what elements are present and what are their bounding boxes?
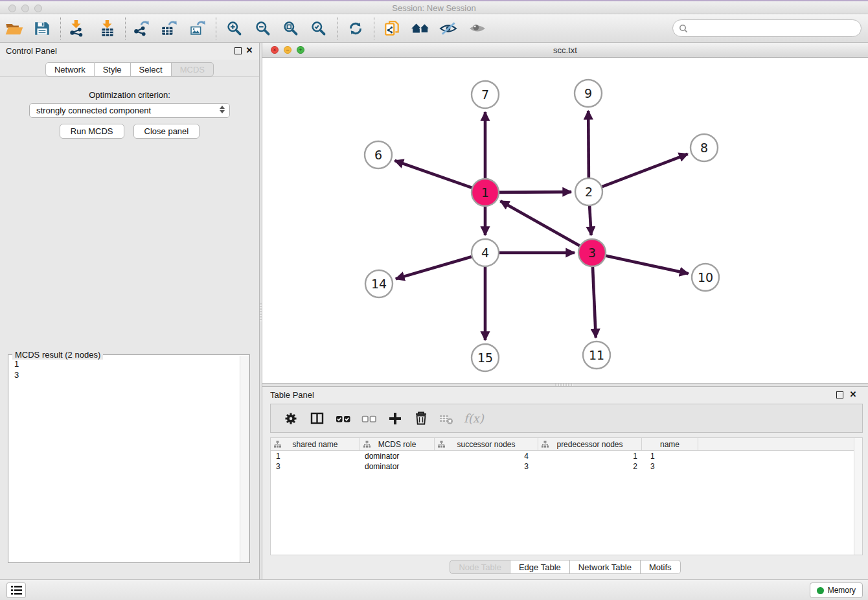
table-row[interactable]: 3dominator323 <box>271 461 862 472</box>
control-panel: Control Panel ✕ NetworkStyleSelectMCDS O… <box>0 43 259 579</box>
svg-text:11: 11 <box>589 348 604 362</box>
zoom-out-icon[interactable] <box>252 17 274 40</box>
main-titlebar: Session: New Session <box>0 0 868 14</box>
table-panel: Table Panel ✕ <box>262 387 868 579</box>
optimization-criterion-select[interactable]: strongly connected component <box>29 103 230 118</box>
graph-edge-1-6[interactable] <box>394 161 472 188</box>
table-scrollbar[interactable] <box>854 438 862 555</box>
graph-node-4[interactable]: 4 <box>472 239 499 266</box>
graph-node-1[interactable]: 1 <box>472 179 499 206</box>
tab-style[interactable]: Style <box>95 62 131 76</box>
graph-edge-3-11[interactable] <box>593 267 596 338</box>
close-panel-icon[interactable]: ✕ <box>849 389 858 399</box>
tab-motifs[interactable]: Motifs <box>641 560 681 574</box>
svg-text:2: 2 <box>585 185 593 199</box>
network-canvas[interactable]: 7968124314101511 <box>262 58 868 383</box>
delete-columns-icon[interactable] <box>409 407 433 430</box>
table-cell: dominator <box>360 451 435 461</box>
show-all-icon[interactable] <box>466 17 488 40</box>
column-header-successor-nodes[interactable]: successor nodes <box>435 438 538 451</box>
graph-node-3[interactable]: 3 <box>578 239 606 266</box>
node-table: shared nameMCDS rolesuccessor nodesprede… <box>270 437 863 555</box>
zoom-fit-icon[interactable] <box>280 17 302 40</box>
table-panel-title: Table Panel <box>270 390 314 400</box>
tab-node-table[interactable]: Node Table <box>450 560 510 574</box>
column-label: name <box>660 440 680 449</box>
zoom-in-icon[interactable] <box>223 17 246 40</box>
column-label: predecessor nodes <box>556 440 622 449</box>
column-header-name[interactable]: name <box>642 438 698 451</box>
import-table-icon[interactable] <box>97 17 119 40</box>
graph-node-14[interactable]: 14 <box>365 270 393 297</box>
run-mcds-button[interactable]: Run MCDS <box>60 124 124 139</box>
tab-network-table[interactable]: Network Table <box>570 560 641 574</box>
export-network-icon[interactable] <box>130 17 152 40</box>
toolbar-separator <box>125 17 126 40</box>
table-settings-icon[interactable] <box>280 407 303 430</box>
splitter-grip[interactable] <box>555 384 573 386</box>
search-field[interactable] <box>672 19 862 37</box>
column-header-shared-name[interactable]: shared name <box>271 438 360 451</box>
svg-text:1: 1 <box>481 185 489 200</box>
graph-edge-3-1[interactable] <box>501 201 580 246</box>
task-history-button[interactable] <box>6 583 26 598</box>
graph-edge-1-2[interactable] <box>499 192 571 192</box>
deselect-all-icon[interactable] <box>358 407 381 430</box>
main-toolbar <box>0 14 868 43</box>
table-row[interactable]: 1dominator411 <box>271 451 862 461</box>
tab-network[interactable]: Network <box>45 62 95 76</box>
search-input[interactable] <box>688 23 861 33</box>
svg-text:4: 4 <box>481 246 489 260</box>
mcds-result-list[interactable]: 13 <box>9 356 239 562</box>
tab-select[interactable]: Select <box>131 62 172 76</box>
graph-edge-3-10[interactable] <box>606 256 688 274</box>
close-panel-icon[interactable]: ✕ <box>245 45 254 55</box>
save-session-icon[interactable] <box>31 17 53 40</box>
svg-text:8: 8 <box>700 141 708 155</box>
splitter-grip[interactable] <box>260 303 262 321</box>
graph-node-8[interactable]: 8 <box>691 134 718 161</box>
import-network-icon[interactable] <box>65 17 87 40</box>
new-network-from-selection-icon[interactable] <box>381 17 403 40</box>
table-cell: 2 <box>538 461 642 472</box>
table-body[interactable]: 1dominator4113dominator323 <box>271 451 862 472</box>
graph-node-2[interactable]: 2 <box>575 178 602 205</box>
home-icon[interactable] <box>409 17 431 40</box>
hide-selected-icon[interactable] <box>437 17 459 40</box>
graph-node-6[interactable]: 6 <box>365 141 392 168</box>
open-session-icon[interactable] <box>3 17 25 40</box>
column-header-predecessor-nodes[interactable]: predecessor nodes <box>538 438 642 451</box>
float-panel-icon[interactable] <box>234 47 242 54</box>
float-panel-icon[interactable] <box>836 391 843 398</box>
select-all-check-icon[interactable] <box>332 407 355 430</box>
graph-node-15[interactable]: 15 <box>472 344 499 371</box>
toolbar-separator <box>337 17 338 40</box>
memory-button[interactable]: Memory <box>810 583 863 598</box>
function-builder-icon: f(x) <box>464 411 484 425</box>
mcds-result-scrollbar[interactable] <box>240 356 249 562</box>
graph-node-7[interactable]: 7 <box>472 81 499 108</box>
svg-text:10: 10 <box>698 270 713 284</box>
close-panel-button[interactable]: Close panel <box>133 124 200 139</box>
tab-mcds[interactable]: MCDS <box>172 62 214 76</box>
graph-edge-2-3[interactable] <box>589 206 591 235</box>
create-column-icon[interactable] <box>383 407 407 430</box>
export-table-icon[interactable] <box>158 17 180 40</box>
show-column-panel-icon[interactable] <box>306 407 329 430</box>
graph-edge-2-8[interactable] <box>602 154 688 187</box>
mcds-result-box: MCDS result (2 nodes) 13 <box>8 354 250 563</box>
control-panel-header: Control Panel ✕ <box>0 43 259 60</box>
window-title: Session: New Session <box>0 3 868 13</box>
export-image-icon[interactable] <box>187 17 209 40</box>
refresh-view-icon[interactable] <box>345 17 367 40</box>
memory-status-icon <box>817 587 824 594</box>
graph-edge-4-14[interactable] <box>396 257 472 279</box>
graph-edge-2-9[interactable] <box>588 111 589 178</box>
graph-node-10[interactable]: 10 <box>692 264 719 291</box>
tab-edge-table[interactable]: Edge Table <box>510 560 570 574</box>
zoom-selected-icon[interactable] <box>308 17 330 40</box>
graph-node-9[interactable]: 9 <box>575 80 602 107</box>
column-label: MCDS role <box>378 440 417 449</box>
column-header-MCDS-role[interactable]: MCDS role <box>360 438 435 451</box>
graph-node-11[interactable]: 11 <box>583 341 610 369</box>
